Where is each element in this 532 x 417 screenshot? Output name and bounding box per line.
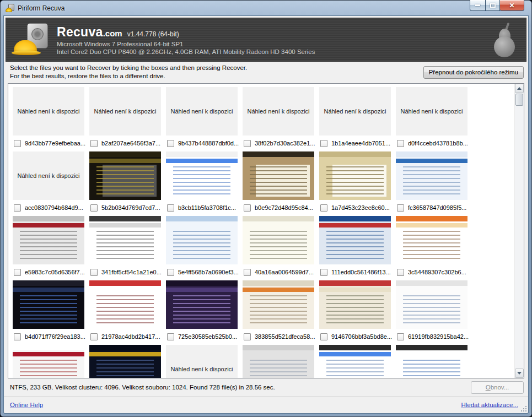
thumbnail-band bbox=[166, 288, 238, 292]
thumbnail-header-bar bbox=[166, 280, 238, 286]
file-cell: 5b2b034d769d7cd7... bbox=[89, 151, 161, 212]
scrollbar-down-button[interactable] bbox=[515, 369, 524, 378]
file-thumbnail[interactable]: Náhled není k dispozici bbox=[13, 151, 84, 200]
file-cell: Náhled není k dispozici9b437b448887dbf0d… bbox=[166, 87, 238, 147]
file-checkbox[interactable] bbox=[14, 204, 21, 212]
file-checkbox[interactable] bbox=[320, 140, 327, 147]
file-thumbnail[interactable] bbox=[319, 151, 391, 200]
thumbnail-band bbox=[89, 223, 161, 228]
thumbnail-header-bar bbox=[319, 345, 391, 350]
file-checkbox[interactable] bbox=[14, 269, 21, 276]
file-checkbox[interactable] bbox=[167, 140, 174, 147]
file-thumbnail[interactable] bbox=[396, 216, 467, 264]
file-thumbnail[interactable] bbox=[166, 151, 238, 200]
file-thumbnail[interactable]: Náhled není k dispozici bbox=[319, 87, 391, 136]
file-thumbnail[interactable] bbox=[89, 151, 161, 200]
file-thumbnail[interactable] bbox=[13, 216, 84, 264]
scrollbar-thumb[interactable] bbox=[515, 94, 523, 106]
recover-button[interactable]: Obnov... bbox=[471, 381, 524, 394]
file-thumbnail[interactable] bbox=[319, 216, 391, 264]
file-cell: 61919fb832915ba42... bbox=[396, 280, 467, 340]
file-cell: 9146706bbf3a5bd8e... bbox=[319, 280, 391, 340]
file-checkbox[interactable] bbox=[397, 333, 404, 340]
scrollbar-up-button[interactable] bbox=[515, 84, 524, 93]
thumbnail-text-lines bbox=[250, 295, 307, 324]
file-cell: Náhled není k dispozici1b1a4eaee4db7051.… bbox=[319, 87, 391, 147]
thumbnail-header-bar bbox=[13, 345, 84, 350]
file-thumbnail[interactable] bbox=[396, 151, 467, 200]
file-cell: 40a16aa0064599d7... bbox=[243, 216, 314, 276]
file-checkbox[interactable] bbox=[90, 333, 98, 340]
file-thumbnail[interactable] bbox=[319, 345, 391, 378]
file-checkbox[interactable] bbox=[320, 333, 327, 340]
file-checkbox[interactable] bbox=[14, 140, 21, 147]
file-thumbnail[interactable] bbox=[13, 345, 84, 378]
file-name: 61919fb832915ba42... bbox=[408, 333, 469, 340]
file-thumbnail[interactable] bbox=[243, 345, 314, 378]
file-checkbox[interactable] bbox=[167, 333, 174, 340]
file-name: b4d071ff76f29ea183... bbox=[25, 333, 85, 340]
resize-grip[interactable] bbox=[520, 405, 526, 411]
file-thumbnail[interactable] bbox=[89, 280, 161, 329]
instructions-line1: Select the files you want to Recover by … bbox=[10, 64, 247, 72]
file-checkbox[interactable] bbox=[397, 269, 404, 276]
file-thumbnail[interactable] bbox=[89, 216, 161, 264]
file-thumbnail[interactable]: Náhled není k dispozici bbox=[13, 87, 84, 136]
thumbnail-band bbox=[13, 288, 84, 292]
file-thumbnail[interactable]: Náhled není k dispozici bbox=[89, 87, 161, 136]
thumbnail-text-lines bbox=[20, 231, 77, 260]
file-cell: Náhled není k dispoziciacc0830794b684d9.… bbox=[13, 151, 84, 212]
file-checkbox[interactable] bbox=[320, 204, 327, 212]
window-content: Recuva .com v1.44.778 (64-bit) Microsoft… bbox=[4, 16, 528, 413]
file-thumbnail[interactable]: Náhled není k dispozici bbox=[166, 87, 238, 136]
thumbnail-text-lines bbox=[403, 231, 460, 260]
footer-bar: Online Help Hledat aktualizace... bbox=[4, 396, 528, 413]
file-thumbnail[interactable] bbox=[89, 345, 161, 378]
online-help-link[interactable]: Online Help bbox=[10, 402, 43, 408]
file-checkbox[interactable] bbox=[90, 269, 98, 276]
file-thumbnail[interactable] bbox=[166, 216, 238, 264]
check-updates-link[interactable]: Hledat aktualizace... bbox=[461, 402, 518, 408]
file-checkbox[interactable] bbox=[244, 140, 251, 147]
file-thumbnail[interactable] bbox=[243, 216, 314, 264]
thumbnail-text-lines bbox=[173, 166, 230, 196]
file-label-row: 3c54489307c302b6... bbox=[396, 268, 467, 276]
file-thumbnail[interactable] bbox=[13, 280, 84, 329]
maximize-button[interactable] bbox=[485, 0, 500, 11]
scrollbar[interactable] bbox=[514, 84, 524, 378]
file-cell bbox=[89, 345, 161, 378]
file-cell bbox=[396, 345, 467, 378]
file-thumbnail[interactable] bbox=[243, 280, 314, 329]
file-checkbox[interactable] bbox=[167, 204, 174, 212]
file-label-row: acc0830794b684d9... bbox=[13, 204, 84, 212]
file-thumbnail[interactable] bbox=[319, 280, 391, 329]
file-checkbox[interactable] bbox=[244, 333, 251, 340]
thumbnail-header-bar bbox=[319, 280, 391, 286]
no-preview-text: Náhled není k dispozici bbox=[170, 108, 233, 115]
file-thumbnail[interactable] bbox=[166, 280, 238, 329]
advanced-mode-button[interactable]: Přepnout do pokročilého režimu bbox=[423, 66, 524, 79]
file-checkbox[interactable] bbox=[167, 269, 174, 276]
close-button[interactable]: ✕ bbox=[499, 0, 524, 11]
file-checkbox[interactable] bbox=[14, 333, 21, 340]
minimize-button[interactable] bbox=[470, 0, 486, 11]
file-thumbnail[interactable] bbox=[396, 345, 467, 378]
thumbnail-band bbox=[243, 288, 314, 292]
file-thumbnail[interactable]: Náhled není k dispozici bbox=[243, 87, 314, 136]
file-checkbox[interactable] bbox=[397, 140, 404, 147]
titlebar[interactable]: Piriform Recuva bbox=[1, 1, 531, 16]
file-checkbox[interactable] bbox=[90, 204, 98, 212]
file-checkbox[interactable] bbox=[397, 204, 404, 212]
file-checkbox[interactable] bbox=[244, 269, 251, 276]
thumbnail-band bbox=[396, 223, 467, 228]
file-checkbox[interactable] bbox=[320, 269, 327, 276]
os-info: Microsoft Windows 7 Professional 64-bit … bbox=[57, 41, 315, 47]
no-preview-text: Náhled není k dispozici bbox=[17, 172, 79, 179]
file-checkbox[interactable] bbox=[244, 204, 251, 212]
file-thumbnail[interactable] bbox=[243, 151, 314, 200]
window-title: Piriform Recuva bbox=[18, 4, 65, 12]
file-checkbox[interactable] bbox=[90, 140, 98, 147]
file-thumbnail[interactable]: Náhled není k dispozici bbox=[396, 87, 467, 136]
file-thumbnail[interactable]: Náhled není k dispozici bbox=[166, 345, 238, 378]
file-thumbnail[interactable] bbox=[396, 280, 467, 329]
